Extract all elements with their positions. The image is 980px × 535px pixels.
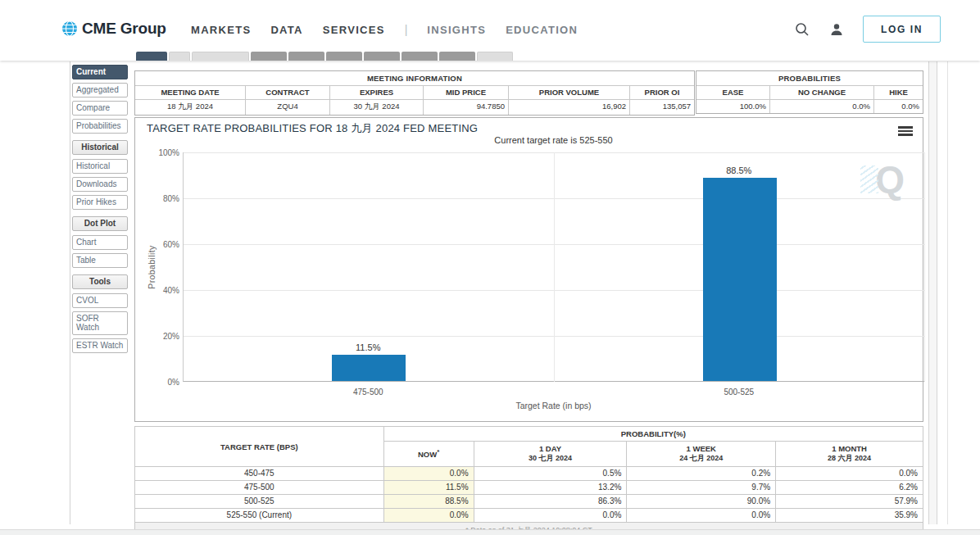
sidebar-item-sofr-watch[interactable]: SOFR Watch xyxy=(72,311,128,335)
watermark-q-letter: Q xyxy=(875,161,905,198)
sidebar-item-aggregated[interactable]: Aggregated xyxy=(72,83,128,97)
chart-title: TARGET RATE PROBABILITIES FOR 18 九月 2024… xyxy=(147,121,478,136)
sidebar-item-cvol[interactable]: CVOL xyxy=(72,293,128,308)
meeting-tab-stub-3[interactable] xyxy=(251,52,287,61)
user-icon[interactable] xyxy=(828,21,845,38)
y-tick-label: 80% xyxy=(147,194,179,203)
prob-summary-value-ease: 100.0% xyxy=(696,100,770,113)
meeting-tab-stub-2[interactable] xyxy=(192,52,249,61)
vertical-scrollbar[interactable] xyxy=(928,61,937,524)
week-cell: 0.0% xyxy=(627,509,776,523)
meeting-info-value-contract: ZQU4 xyxy=(246,100,330,115)
brand-logo[interactable]: CME Group xyxy=(61,20,166,38)
gridline xyxy=(184,336,925,337)
nav-insights[interactable]: INSIGHTS xyxy=(427,24,486,36)
log-in-button[interactable]: LOG IN xyxy=(863,16,941,43)
globe-icon xyxy=(61,20,78,37)
gridline xyxy=(554,152,555,382)
y-tick-label: 20% xyxy=(147,332,179,341)
quikstrike-watermark: Q xyxy=(860,161,905,198)
table-row: 450-4750.0%0.5%0.2%0.0% xyxy=(135,467,923,481)
meeting-tab-stub-6[interactable] xyxy=(364,52,400,61)
target-rate-header: TARGET RATE (BPS) xyxy=(135,427,384,467)
sidebar-section-tools: Tools xyxy=(72,274,128,289)
prob-summary-value-no-change: 0.0% xyxy=(770,100,874,113)
primary-nav: MARKETSDATASERVICES|INSIGHTSEDUCATION xyxy=(191,23,578,36)
rate-cell: 450-475 xyxy=(135,467,384,481)
week-cell: 90.0% xyxy=(627,495,776,509)
prob-col-1-day: 1 DAY30 七月 2024 xyxy=(474,442,627,467)
bar-500-525[interactable] xyxy=(703,178,777,381)
y-axis-title: Probability xyxy=(147,152,157,382)
brand-name: CME Group xyxy=(82,20,166,38)
nav-services[interactable]: SERVICES xyxy=(323,24,385,36)
probabilities-summary-panel: PROBABILITIES EASENO CHANGEHIKE 100.0%0.… xyxy=(696,70,923,114)
gridline xyxy=(184,198,925,199)
sidebar-item-downloads[interactable]: Downloads xyxy=(72,177,128,192)
probability-group-header: PROBABILITY(%) xyxy=(383,427,923,442)
meeting-tab-stub-8[interactable] xyxy=(439,52,475,61)
gridline xyxy=(184,290,925,291)
meeting-tab-stub-0[interactable] xyxy=(136,52,167,61)
nav-right-cluster: LOG IN xyxy=(794,16,941,43)
meeting-tab-stub-5[interactable] xyxy=(326,52,362,61)
bar-475-500[interactable] xyxy=(332,355,406,381)
rate-cell: 525-550 (Current) xyxy=(135,509,384,523)
day-cell: 86.3% xyxy=(474,495,627,509)
prob-summary-value-hike: 0.0% xyxy=(874,100,923,113)
sidebar-section-dot-plot: Dot Plot xyxy=(72,216,128,231)
sidebar-item-compare[interactable]: Compare xyxy=(72,101,128,116)
meeting-info-col-prior-volume: PRIOR VOLUME xyxy=(509,86,630,100)
gridline xyxy=(184,244,925,245)
prob-col-1-week: 1 WEEK24 七月 2024 xyxy=(627,442,776,467)
prob-summary-col-ease: EASE xyxy=(696,86,770,100)
x-tick-label: 500-525 xyxy=(690,388,788,397)
x-tick-label: 475-500 xyxy=(319,388,417,397)
day-cell: 13.2% xyxy=(474,481,627,495)
sidebar: CurrentAggregatedCompareProbabilitiesHis… xyxy=(72,65,128,356)
meeting-info-col-prior-oi: PRIOR OI xyxy=(630,86,694,100)
month-cell: 35.9% xyxy=(776,509,923,523)
meeting-info-value-expires: 30 九月 2024 xyxy=(330,100,424,115)
meeting-tab-stub-7[interactable] xyxy=(402,52,438,61)
prob-col-now: NOW* xyxy=(383,442,474,467)
meeting-tabs-strip xyxy=(136,52,513,61)
meeting-info-value-mid-price: 94.7850 xyxy=(424,100,509,115)
meeting-info-col-expires: EXPIRES xyxy=(330,86,424,100)
sidebar-item-chart[interactable]: Chart xyxy=(72,235,128,250)
search-icon[interactable] xyxy=(794,21,810,38)
meeting-info-value-prior-oi: 135,057 xyxy=(630,100,694,115)
probabilities-summary-title: PROBABILITIES xyxy=(696,71,923,86)
meeting-tab-stub-9[interactable] xyxy=(477,52,513,61)
meeting-tab-stub-4[interactable] xyxy=(288,52,324,61)
sidebar-item-prior-hikes[interactable]: Prior Hikes xyxy=(72,195,128,210)
week-cell: 0.2% xyxy=(627,467,776,481)
nav-markets[interactable]: MARKETS xyxy=(191,24,251,36)
frame-right-border xyxy=(947,61,948,524)
meeting-info-panel: MEETING INFORMATION MEETING DATECONTRACT… xyxy=(134,70,695,116)
prob-summary-col-hike: HIKE xyxy=(874,86,923,100)
sidebar-item-probabilities[interactable]: Probabilities xyxy=(72,119,128,134)
chart-subtitle: Current target rate is 525-550 xyxy=(183,135,924,145)
now-cell: 11.5% xyxy=(383,481,474,495)
y-tick-label: 0% xyxy=(147,378,179,387)
meeting-info-value-row: 18 九月 2024ZQU430 九月 202494.785016,902135… xyxy=(135,100,694,115)
sidebar-item-estr-watch[interactable]: ESTR Watch xyxy=(72,338,128,353)
y-tick-label: 40% xyxy=(147,286,179,295)
sidebar-item-current[interactable]: Current xyxy=(72,65,128,79)
rate-cell: 500-525 xyxy=(135,495,384,509)
gridline xyxy=(184,152,925,153)
day-cell: 0.5% xyxy=(474,467,627,481)
now-cell: 0.0% xyxy=(383,509,474,523)
table-row: 500-52588.5%86.3%90.0%57.9% xyxy=(135,495,923,509)
meeting-info-col-mid-price: MID PRICE xyxy=(424,86,509,100)
prob-summary-col-no-change: NO CHANGE xyxy=(770,86,874,100)
sidebar-item-table[interactable]: Table xyxy=(72,253,128,268)
meeting-tab-stub-1[interactable] xyxy=(169,52,190,61)
nav-education[interactable]: EDUCATION xyxy=(506,24,578,36)
meeting-info-value-prior-volume: 16,902 xyxy=(509,100,630,115)
nav-data[interactable]: DATA xyxy=(270,24,302,36)
sidebar-item-historical[interactable]: Historical xyxy=(72,159,128,174)
table-row: 475-50011.5%13.2%9.7%6.2% xyxy=(135,481,923,495)
sidebar-section-historical: Historical xyxy=(72,140,128,155)
